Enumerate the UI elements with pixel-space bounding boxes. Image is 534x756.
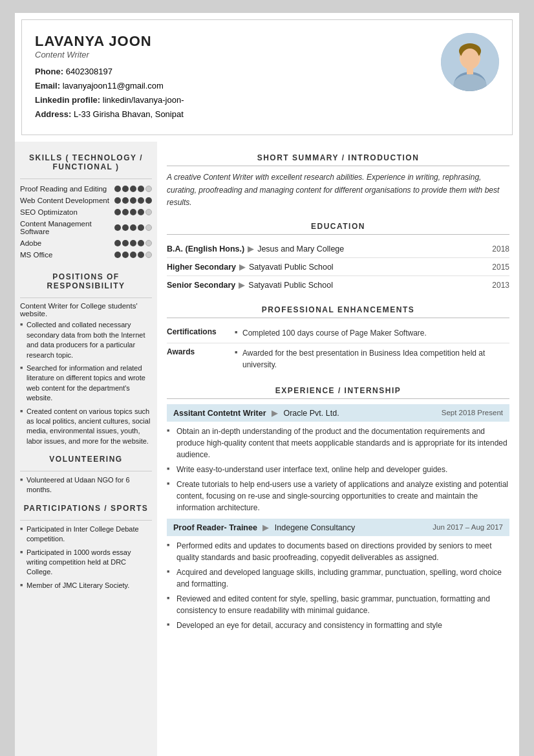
education-divider <box>167 234 509 235</box>
svg-rect-8 <box>467 68 473 74</box>
enhance-label: Certifications <box>167 327 231 339</box>
skill-dot <box>138 240 144 246</box>
skill-name: Web Content Development <box>20 197 114 204</box>
volunteering-title: VOLUNTEERING <box>20 449 152 467</box>
list-item: Obtain an in-depth understanding of the … <box>167 426 509 460</box>
volunteering-divider <box>20 471 152 471</box>
exp-company: Oracle Pvt. Ltd. <box>283 409 339 418</box>
positions-divider <box>20 297 152 298</box>
skill-dot <box>138 197 144 204</box>
edu-arrow: ▶ <box>239 280 245 290</box>
linkedin-row: Linkedin profile: linkedin/lavanya-joon- <box>35 93 428 107</box>
skill-dots <box>114 252 152 258</box>
skill-name: MS Office <box>20 251 114 259</box>
list-item: Acquired and developed language skills, … <box>167 567 509 590</box>
participations-title: PARTICIPATIONS / SPORTS <box>20 499 152 516</box>
list-item: Completed 100 days course of Page Maker … <box>235 327 509 339</box>
phone-label: Phone: <box>35 67 63 76</box>
skill-dot <box>138 186 144 192</box>
exp-date: Sept 2018 Present <box>442 409 503 416</box>
participations-bullets: Participated in Inter College Debate com… <box>20 524 152 590</box>
list-item: Awarded for the best presentation in Bus… <box>235 347 509 371</box>
skill-dot <box>138 209 144 215</box>
header-info: LAVANYA JOON Content Writer Phone: 64023… <box>35 33 428 122</box>
header-section: LAVANYA JOON Content Writer Phone: 64023… <box>21 19 513 135</box>
skills-divider <box>20 178 152 179</box>
positions-bullets: Collected and collated necessary seconda… <box>20 320 152 446</box>
email-row: Email: lavanyajoon11@gmail.com <box>35 79 428 93</box>
exp-arrow: ▶ <box>261 523 272 532</box>
enhance-content: Completed 100 days course of Page Maker … <box>231 327 509 339</box>
skill-dot <box>130 224 136 231</box>
skill-row: MS Office <box>20 249 152 261</box>
enhancements-title: PROFESSIONAL ENHANCEMENTS <box>167 300 509 318</box>
skills-table: Proof Reading and EditingWeb Content Dev… <box>20 183 152 261</box>
edu-school: Jesus and Mary College <box>257 244 344 254</box>
skill-dot <box>145 252 152 258</box>
skill-dot <box>130 240 136 246</box>
skill-dot <box>145 186 152 192</box>
skill-dot <box>122 197 129 204</box>
candidate-title: Content Writer <box>35 50 428 59</box>
address-label: Address: <box>35 109 71 119</box>
linkedin-label: Linkedin profile: <box>35 95 100 105</box>
email-value: lavanyajoon11@gmail.com <box>63 81 164 91</box>
email-label: Email: <box>35 81 60 91</box>
list-item: Performed edits and updates to documents… <box>167 540 509 563</box>
table-row: Senior Secondary ▶ Satyavati Public Scho… <box>167 276 509 294</box>
phone-value: 6402308197 <box>66 67 112 76</box>
list-item: Participated in Inter College Debate com… <box>20 524 152 545</box>
exp-title-left: Proof Reader- Trainee ▶ Indegene Consult… <box>173 523 355 532</box>
skill-dot <box>145 240 152 246</box>
enhance-label: Awards <box>167 347 231 371</box>
table-row: CertificationsCompleted 100 days course … <box>167 323 509 343</box>
list-item: Reviewed and edited content for style, s… <box>167 593 509 616</box>
list-item: Member of JMC Literary Society. <box>20 581 152 590</box>
exp-company: Indegene Consultancy <box>275 523 355 532</box>
main-layout: SKILLS ( TECHNOLOGY / FUNCTIONAL ) Proof… <box>15 142 519 756</box>
table-row: Higher Secondary ▶ Satyavati Public Scho… <box>167 258 509 276</box>
skill-row: Adobe <box>20 237 152 249</box>
skill-dot <box>145 197 152 204</box>
header-details: Phone: 6402308197 Email: lavanyajoon11@g… <box>35 65 428 122</box>
edu-arrow: ▶ <box>239 262 246 272</box>
exp-role: Assitant Contetnt Writer <box>173 409 266 418</box>
address-row: Address: L-33 Girisha Bhavan, Sonipat <box>35 107 428 122</box>
edu-degree: Higher Secondary <box>167 263 236 272</box>
skill-dot <box>114 252 121 258</box>
resume-wrapper: LAVANYA JOON Content Writer Phone: 64023… <box>15 13 519 756</box>
exp-arrow: ▶ <box>270 409 281 418</box>
positions-text: Content Writer for College students' web… <box>20 302 152 318</box>
skill-dots <box>114 197 152 204</box>
exp-role: Proof Reader- Trainee <box>173 523 257 532</box>
education-rows: B.A. (English Hons.) ▶ Jesus and Mary Co… <box>167 240 509 294</box>
skill-dot <box>114 240 121 246</box>
summary-divider <box>167 166 509 166</box>
edu-arrow: ▶ <box>248 244 254 254</box>
skill-dot <box>130 252 136 258</box>
skill-dot <box>122 209 129 215</box>
candidate-photo <box>441 33 499 91</box>
skill-name: Content Management Software <box>20 220 114 235</box>
list-item: Searched for information and related lit… <box>20 363 152 404</box>
summary-title: SHORT SUMMARY / INTRODUCTION <box>167 148 509 166</box>
skill-dot <box>122 186 129 192</box>
skill-dot <box>122 240 129 246</box>
linkedin-value: linkedin/lavanya-joon- <box>103 95 184 105</box>
sidebar: SKILLS ( TECHNOLOGY / FUNCTIONAL ) Proof… <box>15 142 157 756</box>
exp-date: Jun 2017 – Aug 2017 <box>433 523 503 531</box>
skill-dot <box>114 186 121 192</box>
volunteering-bullets: Volunteered at Udaan NGO for 6 months. <box>20 475 152 495</box>
enhancements-divider <box>167 318 509 318</box>
skill-dot <box>145 209 152 215</box>
list-item: Developed an eye for detail, accuracy an… <box>167 620 509 631</box>
skill-dots <box>114 186 152 192</box>
skill-dot <box>114 197 121 204</box>
edu-school: Satyavati Public School <box>248 281 333 290</box>
skill-dot <box>114 209 121 215</box>
skill-row: Web Content Development <box>20 195 152 206</box>
list-item: Participated in 1000 words essay writing… <box>20 548 152 578</box>
skill-dot <box>130 186 136 192</box>
skill-dots <box>114 209 152 215</box>
skill-dots <box>114 240 152 246</box>
